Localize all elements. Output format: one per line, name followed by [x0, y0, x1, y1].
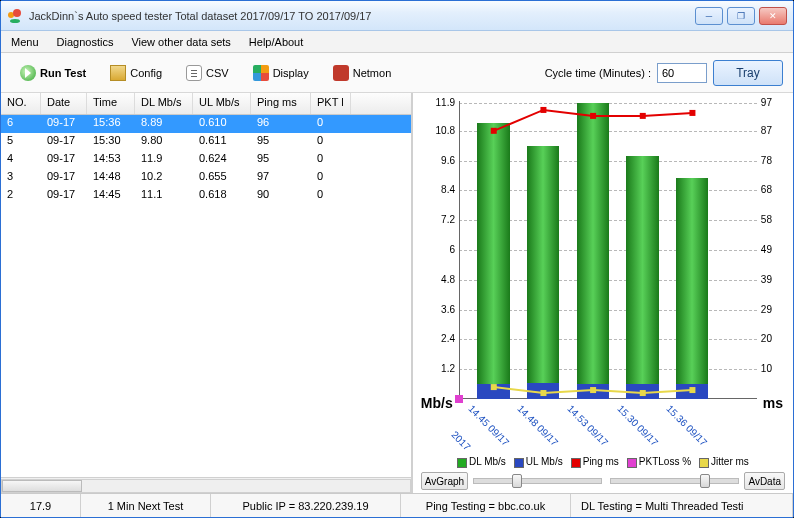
status-ping-testing: Ping Testing = bbc.co.uk	[401, 494, 571, 517]
cell-time: 15:30	[87, 133, 135, 151]
bar-dl	[527, 146, 559, 399]
avdata-button[interactable]: AvData	[744, 472, 785, 490]
menubar: Menu Diagnostics View other data sets He…	[1, 31, 793, 53]
slider-left-thumb[interactable]	[512, 474, 522, 488]
legend-ul: UL Mb/s	[514, 456, 563, 467]
display-button[interactable]: Display	[244, 60, 318, 86]
chart-legend: DL Mb/s UL Mb/s Ping ms PKTLoss % Jitter…	[419, 453, 787, 471]
slider-right-thumb[interactable]	[700, 474, 710, 488]
cell-date: 09-17	[41, 151, 87, 169]
csv-button[interactable]: CSV	[177, 60, 238, 86]
cycle-time-label: Cycle time (Minutes) :	[545, 67, 651, 79]
table-row[interactable]: 509-1715:309.800.611950	[1, 133, 411, 151]
hscroll-track[interactable]	[1, 479, 411, 493]
window-title: JackDinn`s Auto speed tester Total datas…	[29, 10, 371, 22]
cell-ul: 0.655	[193, 169, 251, 187]
table-row[interactable]: 609-1715:368.890.610960	[1, 115, 411, 133]
cell-ping: 97	[251, 169, 311, 187]
slider-right[interactable]	[610, 478, 739, 484]
cell-pkt: 0	[311, 169, 351, 187]
status-dl-testing: DL Testing = Multi Threaded Testi	[571, 494, 793, 517]
bar-dl	[477, 123, 509, 399]
hscroll-thumb[interactable]	[2, 480, 82, 492]
cell-time: 14:45	[87, 187, 135, 205]
cell-ping: 95	[251, 151, 311, 169]
table-body[interactable]: 609-1715:368.890.610960509-1715:309.800.…	[1, 115, 411, 477]
cell-pkt: 0	[311, 115, 351, 133]
status-public-ip: Public IP = 83.220.239.19	[211, 494, 401, 517]
legend-ping: Ping ms	[571, 456, 619, 467]
titlebar: JackDinn`s Auto speed tester Total datas…	[1, 1, 793, 31]
col-no[interactable]: NO.	[1, 93, 41, 114]
avgraph-button[interactable]: AvGraph	[421, 472, 468, 490]
col-ul[interactable]: UL Mb/s	[193, 93, 251, 114]
slider-left[interactable]	[473, 478, 602, 484]
cell-date: 09-17	[41, 115, 87, 133]
col-ping[interactable]: Ping ms	[251, 93, 311, 114]
table-row[interactable]: 409-1714:5311.90.624950	[1, 151, 411, 169]
toolbar: Run Test Config CSV Display Netmon Cycle…	[1, 53, 793, 93]
run-test-button[interactable]: Run Test	[11, 60, 95, 86]
table-row[interactable]: 309-1714:4810.20.655970	[1, 169, 411, 187]
cell-dl: 10.2	[135, 169, 193, 187]
cell-time: 14:53	[87, 151, 135, 169]
chart-area: 1.2102.4203.6294.8396497.2588.4689.67810…	[419, 97, 787, 453]
cell-no: 5	[1, 133, 41, 151]
svg-point-1	[13, 9, 21, 17]
cell-pkt: 0	[311, 187, 351, 205]
netmon-button[interactable]: Netmon	[324, 60, 401, 86]
bar-ul	[477, 384, 509, 399]
cycle-time-group: Cycle time (Minutes) :	[545, 63, 707, 83]
legend-dl: DL Mb/s	[457, 456, 506, 467]
cell-ping: 90	[251, 187, 311, 205]
minimize-button[interactable]: ─	[695, 7, 723, 25]
csv-label: CSV	[206, 67, 229, 79]
bar-ul	[626, 384, 658, 399]
legend-jitter: Jitter ms	[699, 456, 749, 467]
app-window: JackDinn`s Auto speed tester Total datas…	[0, 0, 794, 518]
close-button[interactable]: ✕	[759, 7, 787, 25]
cell-dl: 9.80	[135, 133, 193, 151]
cell-no: 3	[1, 169, 41, 187]
cell-ping: 96	[251, 115, 311, 133]
maximize-button[interactable]: ❐	[727, 7, 755, 25]
col-pkt[interactable]: PKT l	[311, 93, 351, 114]
col-time[interactable]: Time	[87, 93, 135, 114]
cell-pkt: 0	[311, 151, 351, 169]
chart-pane: 1.2102.4203.6294.8396497.2588.4689.67810…	[413, 93, 793, 493]
menu-menu[interactable]: Menu	[11, 36, 39, 48]
status-countdown: 17.9	[1, 494, 81, 517]
cell-dl: 11.9	[135, 151, 193, 169]
display-icon	[253, 65, 269, 81]
cycle-time-input[interactable]	[657, 63, 707, 83]
table-header: NO. Date Time DL Mb/s UL Mb/s Ping ms PK…	[1, 93, 411, 115]
cell-date: 09-17	[41, 169, 87, 187]
tray-button[interactable]: Tray	[713, 60, 783, 86]
cell-no: 6	[1, 115, 41, 133]
results-table-pane: NO. Date Time DL Mb/s UL Mb/s Ping ms PK…	[1, 93, 413, 493]
cell-date: 09-17	[41, 187, 87, 205]
table-row[interactable]: 209-1714:4511.10.618900	[1, 187, 411, 205]
menu-diagnostics[interactable]: Diagnostics	[57, 36, 114, 48]
netmon-icon	[333, 65, 349, 81]
config-icon	[110, 65, 126, 81]
bar-dl	[577, 103, 609, 399]
play-icon	[20, 65, 36, 81]
statusbar: 17.9 1 Min Next Test Public IP = 83.220.…	[1, 493, 793, 517]
col-dl[interactable]: DL Mb/s	[135, 93, 193, 114]
cell-pkt: 0	[311, 133, 351, 151]
config-button[interactable]: Config	[101, 60, 171, 86]
csv-icon	[186, 65, 202, 81]
col-date[interactable]: Date	[41, 93, 87, 114]
content: NO. Date Time DL Mb/s UL Mb/s Ping ms PK…	[1, 93, 793, 493]
bar-ul	[676, 384, 708, 399]
chart-sliders: AvGraph AvData	[419, 471, 787, 493]
bar-ul	[577, 384, 609, 399]
netmon-label: Netmon	[353, 67, 392, 79]
cell-time: 15:36	[87, 115, 135, 133]
cell-ul: 0.611	[193, 133, 251, 151]
status-next-test: 1 Min Next Test	[81, 494, 211, 517]
menu-view-other[interactable]: View other data sets	[131, 36, 230, 48]
table-hscroll[interactable]	[1, 477, 411, 493]
menu-help-about[interactable]: Help/About	[249, 36, 303, 48]
